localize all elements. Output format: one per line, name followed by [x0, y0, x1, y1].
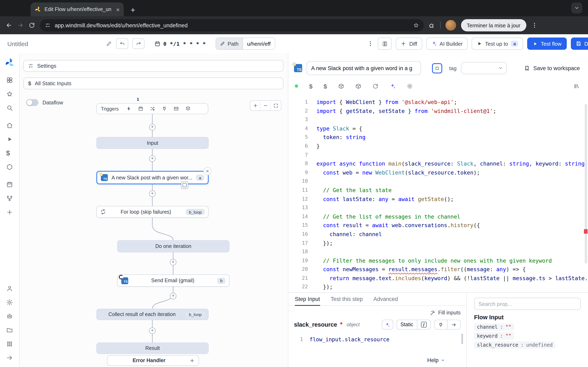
undo-button[interactable] [116, 38, 128, 49]
flow-input-row[interactable]: keyword:"" [474, 332, 514, 340]
add-step-button[interactable]: + [149, 155, 156, 162]
calendar-icon[interactable] [138, 106, 143, 111]
remove-step-button[interactable]: × [203, 167, 212, 175]
flow-node[interactable]: TSSend Email (gmail)b [117, 275, 229, 287]
expand-editor-button[interactable] [432, 63, 442, 73]
redo-button[interactable] [132, 38, 145, 49]
code-editor[interactable]: 1import { WebClient } from '@slack/web-a… [288, 95, 588, 292]
sidebar-item-search[interactable] [6, 104, 13, 111]
flow-name-field[interactable]: Untitled [7, 40, 112, 47]
flow-node[interactable]: Result [96, 342, 209, 354]
chrome-update-button[interactable]: Terminer la mise à jour [461, 19, 526, 31]
tab-advanced[interactable]: Advanced [373, 293, 398, 306]
sidebar-item-bot[interactable] [6, 313, 13, 320]
assets-button[interactable]: $ [309, 83, 312, 89]
vertical-scrollbar[interactable] [584, 95, 588, 292]
profile-avatar[interactable] [445, 20, 456, 31]
tab-step-input[interactable]: Step Input [295, 293, 320, 306]
forward-button[interactable] [17, 22, 24, 29]
ai-fill-button[interactable] [381, 320, 393, 329]
tag-select[interactable] [461, 62, 507, 74]
sidebar-item-arrow-right[interactable] [6, 354, 13, 361]
tab-close-icon[interactable]: × [116, 6, 120, 12]
tab-test-this-step[interactable]: Test this step [330, 293, 363, 306]
sidebar-item-star[interactable] [6, 91, 13, 98]
editor-settings-button[interactable] [406, 83, 413, 89]
variables-button[interactable]: $ [324, 83, 327, 89]
reload-button[interactable] [29, 22, 35, 29]
static-mode-button[interactable]: Static [397, 320, 417, 329]
draft-button[interactable]: Draft [571, 38, 588, 50]
plug-icon[interactable] [162, 106, 167, 111]
flow-node[interactable]: Input [96, 137, 209, 149]
sidebar-item-grid[interactable] [6, 77, 13, 83]
expression-editor[interactable]: 1 flow_input.slack_resource [288, 334, 466, 345]
sidebar-item-dollar[interactable]: $ [6, 150, 13, 157]
layers-icon[interactable] [185, 106, 190, 111]
path-edit-segment[interactable]: Path [216, 38, 243, 49]
add-step-button[interactable]: + [149, 124, 156, 131]
site-info-icon[interactable] [45, 22, 51, 28]
step-name-input[interactable] [307, 61, 421, 75]
sidebar-item-folder[interactable] [6, 327, 13, 334]
flow-node[interactable]: Error Handler [107, 355, 199, 366]
sidebar-item-grid2[interactable] [6, 341, 13, 347]
bookmark-star-icon[interactable] [413, 22, 419, 28]
more-options-button[interactable] [367, 40, 374, 47]
bolt-icon[interactable] [126, 106, 131, 111]
sidebar-item-calendar[interactable] [6, 181, 13, 188]
add-step-button[interactable]: + [149, 327, 156, 334]
flow-node[interactable]: For loop (skip failures)b_loop [96, 206, 209, 218]
sidebar-item-flow[interactable] [6, 195, 13, 202]
schedule-button[interactable]: 0 */1 * * * * [154, 41, 206, 47]
plug-button[interactable] [434, 320, 448, 329]
sidebar-item-play[interactable] [6, 136, 13, 143]
diff-button[interactable]: Diff [396, 38, 422, 50]
triggers-bar[interactable]: Triggers 1 [96, 103, 208, 114]
split-icon[interactable] [150, 106, 155, 111]
preview-toggle-button[interactable] [181, 182, 188, 189]
save-to-workspace-button[interactable]: Save to workspace [524, 65, 580, 71]
flow-input-row[interactable]: channel:"" [474, 323, 514, 331]
scrollbar-thumb[interactable] [585, 104, 587, 263]
ai-assistant-button[interactable] [389, 83, 396, 89]
sidebar-item-user[interactable] [6, 285, 13, 292]
extensions-icon[interactable] [429, 22, 435, 29]
new-tab-button[interactable]: + [131, 6, 135, 14]
sidebar-item-hex[interactable] [6, 164, 13, 170]
flow-canvas[interactable]: InputTSA new Slack post with a given wor… [20, 53, 288, 367]
windmill-logo-icon[interactable] [5, 58, 15, 68]
tab-search-button[interactable] [571, 2, 582, 13]
docs-button[interactable] [378, 38, 392, 50]
expr-scrollbar[interactable] [461, 334, 463, 344]
test-flow-button[interactable]: Test flow [527, 38, 567, 50]
flow-input-row[interactable]: slack_resource:undefined [474, 341, 555, 349]
search-prop-input[interactable] [474, 298, 581, 310]
chrome-menu-icon[interactable] [531, 22, 537, 29]
path-control[interactable]: Path u/henri/eff [216, 38, 275, 50]
reload-script-button[interactable] [372, 83, 378, 89]
fill-inputs-button[interactable]: Fill inputs [430, 309, 461, 316]
add-step-button[interactable]: + [170, 259, 176, 266]
test-up-to-button[interactable]: Test up to a [472, 38, 523, 50]
add-error-handler-icon[interactable] [190, 358, 195, 363]
add-step-button[interactable]: + [170, 293, 176, 299]
add-step-button[interactable]: + [149, 191, 156, 197]
help-button[interactable]: Help [427, 357, 445, 363]
package-button[interactable] [355, 83, 361, 89]
sidebar-item-gear[interactable] [6, 299, 13, 306]
library-button[interactable] [574, 83, 580, 89]
flow-node[interactable]: TSA new Slack post with a given wor...a× [96, 171, 209, 184]
back-button[interactable] [6, 22, 12, 29]
sidebar-item-plus[interactable] [6, 209, 13, 216]
edit-name-icon[interactable] [106, 41, 112, 47]
mail-icon[interactable] [173, 106, 179, 111]
browser-tab[interactable]: Edit Flow u/henri/effective_un × [31, 2, 124, 16]
apply-button[interactable] [448, 320, 460, 329]
ai-builder-button[interactable]: AI Builder [426, 38, 467, 50]
flow-node[interactable]: Collect result of each iterationb_loop [96, 309, 209, 320]
javascript-mode-button[interactable]: ƒ [417, 320, 430, 329]
sidebar-item-home[interactable] [6, 122, 13, 129]
dependencies-button[interactable] [338, 83, 344, 89]
address-bar[interactable]: app.windmill.dev/flows/edit/u/henri/effe… [40, 19, 424, 31]
